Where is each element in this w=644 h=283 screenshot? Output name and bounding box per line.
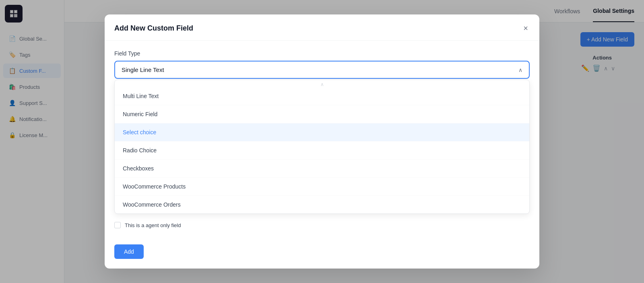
agent-only-field-row: This is a agent only field	[114, 222, 530, 228]
modal-header: Add New Custom Field ×	[105, 14, 539, 41]
dropdown-item-radio-choice[interactable]: Radio Choice	[115, 142, 529, 160]
field-type-dropdown: ∧ Multi Line Text Numeric Field Select c…	[114, 80, 530, 214]
modal-title: Add New Custom Field	[114, 24, 193, 33]
field-type-select[interactable]: Single Line Text ∧	[114, 61, 530, 79]
add-button[interactable]: Add	[114, 244, 144, 259]
agent-only-checkbox[interactable]	[114, 222, 121, 228]
dropdown-item-multi-line-text[interactable]: Multi Line Text	[115, 87, 529, 105]
dropdown-item-woocommerce-orders[interactable]: WooCommerce Orders	[115, 196, 529, 213]
dropdown-item-checkboxes[interactable]: Checkboxes	[115, 160, 529, 178]
dropdown-item-woocommerce-products[interactable]: WooCommerce Products	[115, 178, 529, 196]
chevron-up-icon: ∧	[518, 67, 522, 73]
modal-overlay: Add New Custom Field × Field Type Single…	[0, 0, 644, 283]
field-type-label: Field Type	[114, 50, 530, 57]
dropdown-arrow: ∧	[115, 80, 529, 87]
dropdown-item-select-choice[interactable]: Select choice	[115, 123, 529, 142]
add-custom-field-modal: Add New Custom Field × Field Type Single…	[105, 14, 539, 269]
field-type-selected-value: Single Line Text	[122, 66, 164, 73]
modal-close-button[interactable]: ×	[522, 23, 530, 34]
modal-body: Field Type Single Line Text ∧ ∧ Multi Li…	[105, 41, 539, 238]
dropdown-item-numeric-field[interactable]: Numeric Field	[115, 105, 529, 123]
agent-only-label: This is a agent only field	[125, 222, 181, 228]
modal-footer: Add	[105, 238, 539, 269]
